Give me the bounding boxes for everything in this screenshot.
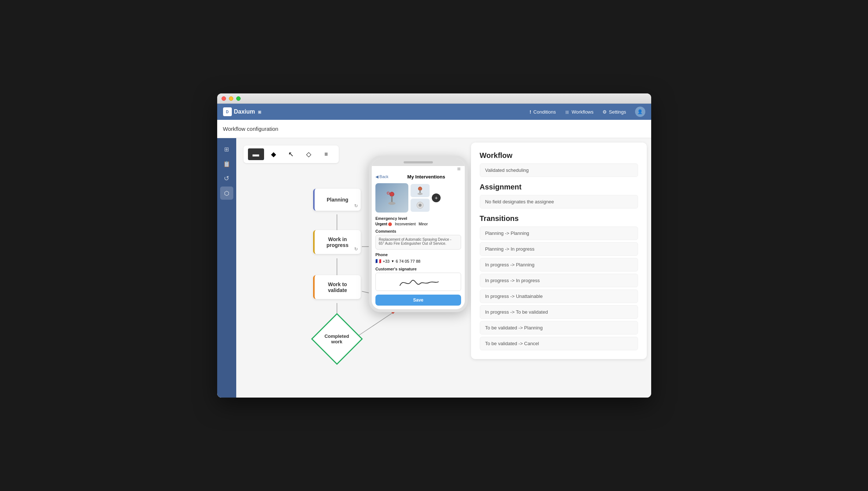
mobile-content: ◀ Back My Interventions <box>372 170 465 309</box>
emergency-label: Emergency level <box>375 216 461 221</box>
sidebar: ⊞ 📋 ↺ ⬡ <box>217 138 236 398</box>
header-nav: ! Conditions ⫼ Workflows ⚙ Settings 👤 <box>530 107 645 117</box>
logo-icon: D <box>223 107 232 116</box>
minimize-button[interactable] <box>229 96 233 101</box>
workflow-config-panel: Workflow Validated scheduling Assignment… <box>471 143 647 359</box>
transition-item-0[interactable]: Planning -> Planning <box>480 226 638 240</box>
thumb-1[interactable] <box>411 184 430 197</box>
work-to-validate-node[interactable]: Work to validate <box>313 275 361 299</box>
mobile-mockup: ◀ Back My Interventions <box>369 156 468 312</box>
minor-option[interactable]: Minor <box>419 222 428 226</box>
planning-node[interactable]: Planning ↻ <box>313 189 361 211</box>
workflow-section-title: Workflow <box>480 151 638 160</box>
add-image-button[interactable]: + <box>432 193 441 202</box>
sidebar-item-grid[interactable]: ⊞ <box>220 143 233 156</box>
diamond2-tool-button[interactable]: ◇ <box>301 148 317 160</box>
completed-work-node[interactable]: Completed work <box>315 317 359 361</box>
user-avatar[interactable]: 👤 <box>635 107 645 117</box>
main-image <box>375 183 408 213</box>
settings-label: Settings <box>609 109 626 115</box>
work-in-progress-label: Work in progress <box>327 236 349 248</box>
signature-field[interactable] <box>375 273 461 291</box>
minor-label: Minor <box>419 222 428 226</box>
comments-text: Replacement of Automatic Spraying Device… <box>379 237 451 246</box>
sidebar-item-calendar[interactable]: 📋 <box>220 157 233 170</box>
arrow-tool-button[interactable]: ↖ <box>283 148 299 160</box>
urgent-dot <box>388 222 392 226</box>
svg-point-8 <box>388 202 396 205</box>
thumb-2[interactable] <box>411 199 430 212</box>
maximize-button[interactable] <box>236 96 241 101</box>
work-in-progress-node[interactable]: Work in progress ↻ <box>313 230 361 254</box>
logo-text: Daxium <box>234 108 255 115</box>
status-bar <box>372 166 465 170</box>
planning-refresh-icon: ↻ <box>354 203 358 208</box>
nav-settings[interactable]: ⚙ Settings <box>602 109 626 115</box>
settings-icon: ⚙ <box>602 109 607 115</box>
flag-icon: 🇫🇷 <box>375 258 381 264</box>
work-in-progress-refresh-icon: ↻ <box>354 247 358 252</box>
planning-label: Planning <box>327 197 348 203</box>
sidebar-item-history[interactable]: ↺ <box>220 172 233 185</box>
transition-item-1[interactable]: Planning -> In progress <box>480 242 638 256</box>
emergency-row: Urgent Inconvenient Minor <box>375 222 461 226</box>
phone-label: Phone <box>375 252 461 257</box>
completed-work-label: Completed work <box>324 333 349 344</box>
nav-workflows[interactable]: ⫼ Workflows <box>565 109 594 115</box>
work-to-validate-label: Work to validate <box>328 281 347 293</box>
chevron-icon: ▼ <box>391 259 394 263</box>
user-icon: 👤 <box>637 109 643 114</box>
main-image-inner <box>375 183 408 213</box>
title-bar <box>217 93 651 104</box>
back-button[interactable]: ◀ Back <box>375 174 389 179</box>
toolbar: ▬ ◆ ↖ ◇ ≡ <box>244 145 339 163</box>
urgent-option[interactable]: Urgent <box>375 222 392 226</box>
notch-bar <box>404 161 433 163</box>
inconvenient-option[interactable]: Inconvenient <box>395 222 416 226</box>
urgent-label: Urgent <box>375 222 387 226</box>
svg-point-6 <box>390 192 394 196</box>
rectangle-tool-button[interactable]: ▬ <box>248 148 264 160</box>
svg-point-14 <box>419 204 422 207</box>
app-header: D Daxium ▣ ! Conditions ⫼ Workflows ⚙ Se… <box>217 104 651 120</box>
phone-number: 6 74 05 77 88 <box>396 259 420 263</box>
app-logo: D Daxium ▣ <box>223 107 261 116</box>
signature-svg <box>396 274 440 289</box>
traffic-lights <box>222 96 241 101</box>
secondary-header: Workflow configuration <box>217 120 651 138</box>
close-button[interactable] <box>222 96 226 101</box>
comments-field[interactable]: Replacement of Automatic Spraying Device… <box>375 235 461 250</box>
transition-item-2[interactable]: In progress -> Planning <box>480 258 638 272</box>
mobile-title: My Interventions <box>392 174 461 180</box>
comments-label: Comments <box>375 229 461 233</box>
camera-dot <box>457 167 460 170</box>
signature-label: Customer's signature <box>375 267 461 271</box>
transition-item-5[interactable]: In progress -> To be validated <box>480 305 638 319</box>
workflows-label: Workflows <box>572 109 594 115</box>
svg-point-12 <box>418 193 423 195</box>
nav-conditions[interactable]: ! Conditions <box>530 109 556 115</box>
svg-point-10 <box>418 187 422 191</box>
mobile-images: + <box>375 183 461 213</box>
transitions-list: Planning -> Planning Planning -> In prog… <box>480 226 638 350</box>
svg-point-9 <box>387 192 389 194</box>
sidebar-item-workflow[interactable]: ⬡ <box>220 187 233 200</box>
inconvenient-label: Inconvenient <box>395 222 416 226</box>
conditions-label: Conditions <box>533 109 556 115</box>
text-tool-button[interactable]: ≡ <box>318 148 334 160</box>
transitions-section-title: Transitions <box>480 214 638 223</box>
transition-item-6[interactable]: To be validated -> Planning <box>480 321 638 335</box>
workflow-value-field: Validated scheduling <box>480 163 638 177</box>
transition-item-7[interactable]: To be validated -> Cancel <box>480 337 638 350</box>
transition-item-4[interactable]: In progress -> Unattainable <box>480 289 638 303</box>
workflows-icon: ⫼ <box>565 109 570 115</box>
mobile-header: ◀ Back My Interventions <box>375 174 461 180</box>
phone-code: +33 <box>383 259 390 263</box>
transition-item-3[interactable]: In progress -> In progress <box>480 274 638 287</box>
phone-row: 🇫🇷 +33 ▼ 6 74 05 77 88 <box>375 258 461 264</box>
save-button[interactable]: Save <box>375 295 461 306</box>
diamond-tool-button[interactable]: ◆ <box>266 148 282 160</box>
conditions-icon: ! <box>530 109 531 115</box>
assignment-value-field: No field designates the assignee <box>480 195 638 208</box>
assignment-section-title: Assignment <box>480 183 638 191</box>
